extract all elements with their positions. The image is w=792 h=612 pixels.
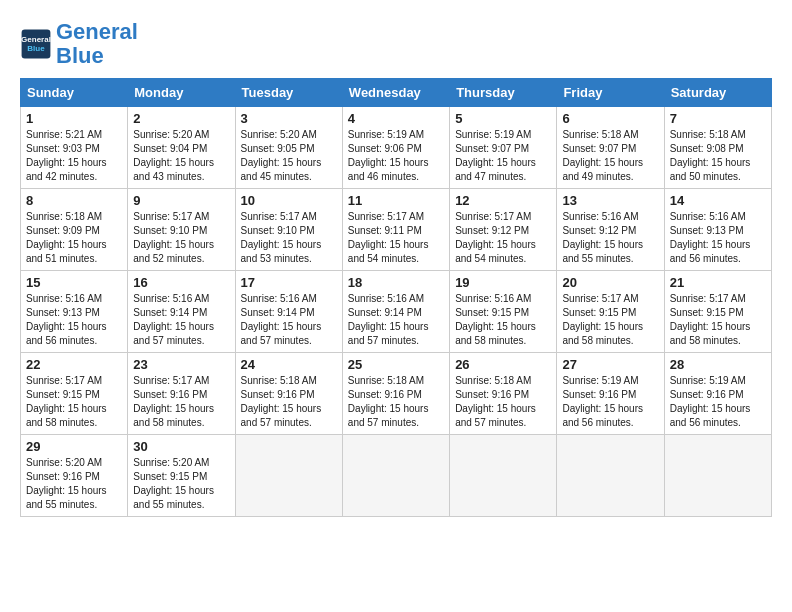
calendar-day-empty bbox=[342, 435, 449, 517]
day-number: 4 bbox=[348, 111, 444, 126]
day-info: Sunrise: 5:17 AM Sunset: 9:10 PM Dayligh… bbox=[241, 210, 337, 266]
calendar-week-row: 15Sunrise: 5:16 AM Sunset: 9:13 PM Dayli… bbox=[21, 271, 772, 353]
day-number: 8 bbox=[26, 193, 122, 208]
day-number: 9 bbox=[133, 193, 229, 208]
day-number: 15 bbox=[26, 275, 122, 290]
calendar-week-row: 22Sunrise: 5:17 AM Sunset: 9:15 PM Dayli… bbox=[21, 353, 772, 435]
day-number: 27 bbox=[562, 357, 658, 372]
day-info: Sunrise: 5:19 AM Sunset: 9:07 PM Dayligh… bbox=[455, 128, 551, 184]
calendar-day-30: 30Sunrise: 5:20 AM Sunset: 9:15 PM Dayli… bbox=[128, 435, 235, 517]
calendar-day-10: 10Sunrise: 5:17 AM Sunset: 9:10 PM Dayli… bbox=[235, 189, 342, 271]
day-number: 14 bbox=[670, 193, 766, 208]
weekday-header-tuesday: Tuesday bbox=[235, 79, 342, 107]
day-number: 12 bbox=[455, 193, 551, 208]
calendar-day-4: 4Sunrise: 5:19 AM Sunset: 9:06 PM Daylig… bbox=[342, 107, 449, 189]
calendar-day-21: 21Sunrise: 5:17 AM Sunset: 9:15 PM Dayli… bbox=[664, 271, 771, 353]
day-number: 17 bbox=[241, 275, 337, 290]
day-number: 13 bbox=[562, 193, 658, 208]
day-info: Sunrise: 5:18 AM Sunset: 9:07 PM Dayligh… bbox=[562, 128, 658, 184]
day-info: Sunrise: 5:18 AM Sunset: 9:16 PM Dayligh… bbox=[348, 374, 444, 430]
day-number: 28 bbox=[670, 357, 766, 372]
calendar-day-23: 23Sunrise: 5:17 AM Sunset: 9:16 PM Dayli… bbox=[128, 353, 235, 435]
day-info: Sunrise: 5:20 AM Sunset: 9:16 PM Dayligh… bbox=[26, 456, 122, 512]
day-number: 10 bbox=[241, 193, 337, 208]
weekday-header-row: SundayMondayTuesdayWednesdayThursdayFrid… bbox=[21, 79, 772, 107]
day-number: 24 bbox=[241, 357, 337, 372]
day-number: 18 bbox=[348, 275, 444, 290]
day-number: 7 bbox=[670, 111, 766, 126]
calendar-day-6: 6Sunrise: 5:18 AM Sunset: 9:07 PM Daylig… bbox=[557, 107, 664, 189]
weekday-header-friday: Friday bbox=[557, 79, 664, 107]
calendar-day-18: 18Sunrise: 5:16 AM Sunset: 9:14 PM Dayli… bbox=[342, 271, 449, 353]
weekday-header-wednesday: Wednesday bbox=[342, 79, 449, 107]
day-info: Sunrise: 5:16 AM Sunset: 9:15 PM Dayligh… bbox=[455, 292, 551, 348]
day-info: Sunrise: 5:16 AM Sunset: 9:13 PM Dayligh… bbox=[26, 292, 122, 348]
calendar-day-9: 9Sunrise: 5:17 AM Sunset: 9:10 PM Daylig… bbox=[128, 189, 235, 271]
day-number: 21 bbox=[670, 275, 766, 290]
day-number: 6 bbox=[562, 111, 658, 126]
day-number: 30 bbox=[133, 439, 229, 454]
calendar-day-28: 28Sunrise: 5:19 AM Sunset: 9:16 PM Dayli… bbox=[664, 353, 771, 435]
day-info: Sunrise: 5:16 AM Sunset: 9:12 PM Dayligh… bbox=[562, 210, 658, 266]
calendar-day-13: 13Sunrise: 5:16 AM Sunset: 9:12 PM Dayli… bbox=[557, 189, 664, 271]
day-info: Sunrise: 5:21 AM Sunset: 9:03 PM Dayligh… bbox=[26, 128, 122, 184]
day-info: Sunrise: 5:19 AM Sunset: 9:16 PM Dayligh… bbox=[562, 374, 658, 430]
calendar-day-11: 11Sunrise: 5:17 AM Sunset: 9:11 PM Dayli… bbox=[342, 189, 449, 271]
calendar-day-26: 26Sunrise: 5:18 AM Sunset: 9:16 PM Dayli… bbox=[450, 353, 557, 435]
svg-text:General: General bbox=[21, 35, 51, 44]
day-info: Sunrise: 5:18 AM Sunset: 9:09 PM Dayligh… bbox=[26, 210, 122, 266]
day-info: Sunrise: 5:17 AM Sunset: 9:15 PM Dayligh… bbox=[26, 374, 122, 430]
calendar-day-27: 27Sunrise: 5:19 AM Sunset: 9:16 PM Dayli… bbox=[557, 353, 664, 435]
calendar-day-7: 7Sunrise: 5:18 AM Sunset: 9:08 PM Daylig… bbox=[664, 107, 771, 189]
calendar-day-empty bbox=[664, 435, 771, 517]
day-number: 22 bbox=[26, 357, 122, 372]
day-number: 1 bbox=[26, 111, 122, 126]
day-info: Sunrise: 5:19 AM Sunset: 9:06 PM Dayligh… bbox=[348, 128, 444, 184]
logo: General Blue GeneralBlue bbox=[20, 20, 138, 68]
weekday-header-thursday: Thursday bbox=[450, 79, 557, 107]
calendar-day-8: 8Sunrise: 5:18 AM Sunset: 9:09 PM Daylig… bbox=[21, 189, 128, 271]
day-number: 16 bbox=[133, 275, 229, 290]
day-info: Sunrise: 5:16 AM Sunset: 9:14 PM Dayligh… bbox=[348, 292, 444, 348]
calendar-day-empty bbox=[557, 435, 664, 517]
calendar-day-5: 5Sunrise: 5:19 AM Sunset: 9:07 PM Daylig… bbox=[450, 107, 557, 189]
calendar-day-24: 24Sunrise: 5:18 AM Sunset: 9:16 PM Dayli… bbox=[235, 353, 342, 435]
day-info: Sunrise: 5:17 AM Sunset: 9:15 PM Dayligh… bbox=[562, 292, 658, 348]
calendar-day-empty bbox=[450, 435, 557, 517]
calendar-day-15: 15Sunrise: 5:16 AM Sunset: 9:13 PM Dayli… bbox=[21, 271, 128, 353]
day-number: 26 bbox=[455, 357, 551, 372]
calendar-day-16: 16Sunrise: 5:16 AM Sunset: 9:14 PM Dayli… bbox=[128, 271, 235, 353]
day-number: 5 bbox=[455, 111, 551, 126]
day-info: Sunrise: 5:16 AM Sunset: 9:14 PM Dayligh… bbox=[133, 292, 229, 348]
calendar-week-row: 8Sunrise: 5:18 AM Sunset: 9:09 PM Daylig… bbox=[21, 189, 772, 271]
day-info: Sunrise: 5:18 AM Sunset: 9:16 PM Dayligh… bbox=[455, 374, 551, 430]
calendar-day-2: 2Sunrise: 5:20 AM Sunset: 9:04 PM Daylig… bbox=[128, 107, 235, 189]
day-info: Sunrise: 5:20 AM Sunset: 9:04 PM Dayligh… bbox=[133, 128, 229, 184]
calendar-day-22: 22Sunrise: 5:17 AM Sunset: 9:15 PM Dayli… bbox=[21, 353, 128, 435]
day-number: 29 bbox=[26, 439, 122, 454]
day-number: 25 bbox=[348, 357, 444, 372]
calendar-day-25: 25Sunrise: 5:18 AM Sunset: 9:16 PM Dayli… bbox=[342, 353, 449, 435]
page-header: General Blue GeneralBlue bbox=[20, 20, 772, 68]
calendar-day-17: 17Sunrise: 5:16 AM Sunset: 9:14 PM Dayli… bbox=[235, 271, 342, 353]
day-info: Sunrise: 5:18 AM Sunset: 9:16 PM Dayligh… bbox=[241, 374, 337, 430]
day-info: Sunrise: 5:16 AM Sunset: 9:13 PM Dayligh… bbox=[670, 210, 766, 266]
svg-text:Blue: Blue bbox=[27, 44, 45, 53]
calendar-week-row: 1Sunrise: 5:21 AM Sunset: 9:03 PM Daylig… bbox=[21, 107, 772, 189]
day-info: Sunrise: 5:17 AM Sunset: 9:10 PM Dayligh… bbox=[133, 210, 229, 266]
weekday-header-monday: Monday bbox=[128, 79, 235, 107]
day-number: 11 bbox=[348, 193, 444, 208]
day-number: 3 bbox=[241, 111, 337, 126]
logo-icon: General Blue bbox=[20, 28, 52, 60]
weekday-header-saturday: Saturday bbox=[664, 79, 771, 107]
calendar-week-row: 29Sunrise: 5:20 AM Sunset: 9:16 PM Dayli… bbox=[21, 435, 772, 517]
weekday-header-sunday: Sunday bbox=[21, 79, 128, 107]
day-info: Sunrise: 5:17 AM Sunset: 9:15 PM Dayligh… bbox=[670, 292, 766, 348]
logo-text: GeneralBlue bbox=[56, 20, 138, 68]
day-info: Sunrise: 5:18 AM Sunset: 9:08 PM Dayligh… bbox=[670, 128, 766, 184]
calendar-day-14: 14Sunrise: 5:16 AM Sunset: 9:13 PM Dayli… bbox=[664, 189, 771, 271]
calendar-table: SundayMondayTuesdayWednesdayThursdayFrid… bbox=[20, 78, 772, 517]
day-info: Sunrise: 5:17 AM Sunset: 9:16 PM Dayligh… bbox=[133, 374, 229, 430]
calendar-day-3: 3Sunrise: 5:20 AM Sunset: 9:05 PM Daylig… bbox=[235, 107, 342, 189]
calendar-day-20: 20Sunrise: 5:17 AM Sunset: 9:15 PM Dayli… bbox=[557, 271, 664, 353]
